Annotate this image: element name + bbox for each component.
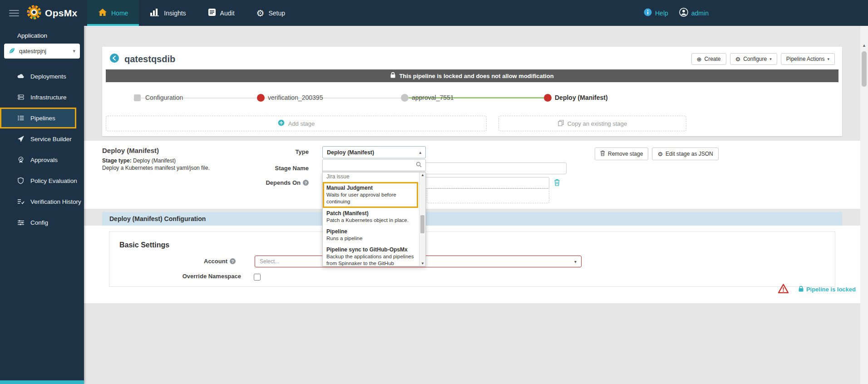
override-namespace-checkbox[interactable] xyxy=(254,274,261,281)
application-icon xyxy=(9,47,15,55)
sidebar-item-pipelines[interactable]: Pipelines xyxy=(0,108,76,128)
sidebar-item-deployments[interactable]: Deployments xyxy=(0,66,84,87)
sidebar-item-approvals[interactable]: Approvals xyxy=(0,149,84,170)
stage-footer: Pipeline is locked xyxy=(778,284,856,295)
stage-label-verification[interactable]: verification_200395 xyxy=(268,94,323,101)
scroll-up-icon[interactable]: ▲ xyxy=(862,43,866,48)
add-stage-label: Add stage xyxy=(288,120,315,127)
caret-down-icon: ▾ xyxy=(827,57,829,61)
stage-type-select[interactable]: Deploy (Manifest) ▴ xyxy=(322,146,426,158)
edit-stage-json-button[interactable]: ⚙ Edit stage as JSON xyxy=(652,148,718,160)
document-icon xyxy=(208,8,216,18)
override-namespace-label: Override Namespace xyxy=(150,273,241,280)
sidebar-item-verification-history[interactable]: Verification History xyxy=(0,191,84,212)
sidebar-accent-strip xyxy=(0,380,84,384)
tab-setup[interactable]: ⚙ Setup xyxy=(246,0,296,26)
hamburger-menu-icon[interactable] xyxy=(9,10,19,16)
sidebar-item-service-builder[interactable]: Service Builder xyxy=(0,128,84,149)
pipeline-actions-button[interactable]: Pipeline Actions ▾ xyxy=(781,53,835,65)
option-manual-judgment[interactable]: Manual Judgment Waits for user approval … xyxy=(323,182,418,208)
option-pipeline-sync-github[interactable]: Pipeline sync to GitHub-OpsMx Backup the… xyxy=(323,244,418,266)
sidebar-item-label: Verification History xyxy=(30,198,81,205)
trash-icon xyxy=(600,150,605,158)
topbar: OpsMx Home Insights Audit xyxy=(0,0,868,26)
configure-button[interactable]: ⚙ Configure ▾ xyxy=(730,53,777,65)
sidebar-item-infrastructure[interactable]: Infrastructure xyxy=(0,87,84,108)
help-question-icon[interactable]: ? xyxy=(230,258,236,264)
stage-node-deploy-manifest[interactable] xyxy=(544,94,552,102)
sidebar-item-label: Pipelines xyxy=(30,115,55,122)
tab-home[interactable]: Home xyxy=(87,0,139,26)
application-name: qatestrpjnj xyxy=(19,48,46,54)
scroll-down-icon[interactable]: ▼ xyxy=(421,261,424,266)
sidebar-item-config[interactable]: Config xyxy=(0,212,84,233)
scroll-up-icon[interactable]: ▲ xyxy=(421,173,424,177)
sidebar-item-label: Deployments xyxy=(30,73,66,80)
sidebar: Application qatestrpjnj ▾ Deployments In… xyxy=(0,26,84,384)
dropdown-scrollbar[interactable]: ▲ ▼ xyxy=(419,172,425,266)
info-icon xyxy=(644,8,652,18)
sidebar-item-policy-evaluation[interactable]: Policy Evaluation xyxy=(0,170,84,191)
back-circle-icon[interactable] xyxy=(109,53,119,65)
stage-label-deploy-manifest[interactable]: Deploy (Manifest) xyxy=(555,94,608,101)
chevron-down-icon: ▾ xyxy=(574,259,577,264)
page-scrollbar[interactable]: ▲ xyxy=(860,26,868,384)
configuration-panel: Basic Settings Account ? Select... ▾ Ove… xyxy=(84,226,860,303)
lock-icon xyxy=(799,286,804,293)
basic-settings-title: Basic Settings xyxy=(119,241,169,249)
user-menu[interactable]: admin xyxy=(679,8,709,18)
create-button[interactable]: ⊕ Create xyxy=(691,53,726,65)
add-circle-icon xyxy=(278,119,285,128)
type-field-label: Type xyxy=(241,148,309,155)
user-label: admin xyxy=(691,10,709,17)
list-icon xyxy=(17,114,25,122)
plus-circle-icon: ⊕ xyxy=(697,56,702,62)
tab-insights[interactable]: Insights xyxy=(139,0,197,26)
stage-label-approval[interactable]: approval_7551 xyxy=(412,94,454,101)
dropdown-search-input[interactable] xyxy=(326,162,416,168)
warning-triangle-icon[interactable] xyxy=(778,284,789,295)
pipeline-actions-label: Pipeline Actions xyxy=(786,56,825,62)
tab-audit[interactable]: Audit xyxy=(197,0,246,26)
help-link[interactable]: Help xyxy=(644,8,668,18)
copy-existing-stage-button[interactable]: Copy an existing stage xyxy=(498,116,686,131)
option-pipeline[interactable]: Pipeline Runs a pipeline xyxy=(323,226,418,244)
sliders-icon xyxy=(17,219,25,226)
medal-check-icon xyxy=(17,156,25,163)
stage-label-configuration[interactable]: Configuration xyxy=(145,94,183,101)
page-scrollbar-thumb[interactable] xyxy=(862,51,867,87)
bar-chart-icon xyxy=(150,8,160,18)
gear-icon: ⚙ xyxy=(657,151,663,157)
selected-stage-type: Deploy (Manifest) xyxy=(327,149,374,156)
stage-name-field-label: Stage Name xyxy=(241,165,309,172)
account-field-label: Account ? xyxy=(181,258,236,265)
brand-name: OpsMx xyxy=(45,8,78,19)
dropdown-option-list: Jira issue Manual Judgment Waits for use… xyxy=(322,172,426,266)
help-question-icon[interactable]: ? xyxy=(303,180,309,186)
caret-down-icon: ▾ xyxy=(769,57,772,61)
dropdown-scrollbar-thumb[interactable] xyxy=(420,215,424,233)
screen: OpsMx Home Insights Audit xyxy=(0,0,868,384)
home-icon xyxy=(98,8,107,18)
stage-node-approval[interactable] xyxy=(401,94,409,102)
dropdown-search-box xyxy=(322,159,426,171)
add-stage-button[interactable]: Add stage xyxy=(106,116,487,131)
pipeline-locked-status: Pipeline is locked xyxy=(799,286,856,293)
stage-node-configuration[interactable] xyxy=(134,94,141,101)
list-check-icon xyxy=(17,198,25,205)
stage-editor-title: Deploy (Manifest) xyxy=(102,147,159,154)
application-selector[interactable]: qatestrpjnj ▾ xyxy=(4,44,80,59)
remove-stage-button[interactable]: Remove stage xyxy=(595,148,648,160)
tab-insights-label: Insights xyxy=(164,10,186,17)
configure-label: Configure xyxy=(743,56,767,62)
remove-dependency-trash-icon[interactable] xyxy=(554,179,560,188)
tab-audit-label: Audit xyxy=(220,10,235,17)
page-title: qatestqsdib xyxy=(124,54,175,64)
option-jira-issue[interactable]: Jira issue xyxy=(323,172,418,182)
option-patch-manifest[interactable]: Patch (Manifest) Patch a Kubernetes obje… xyxy=(323,208,418,226)
locked-banner-text: This pipeline is locked and does not all… xyxy=(399,73,553,79)
brand[interactable]: OpsMx xyxy=(26,5,83,22)
deploy-configuration-header: Deploy (Manifest) Configuration xyxy=(102,212,842,226)
sidebar-item-label: Config xyxy=(30,219,48,226)
stage-node-verification[interactable] xyxy=(257,94,265,102)
